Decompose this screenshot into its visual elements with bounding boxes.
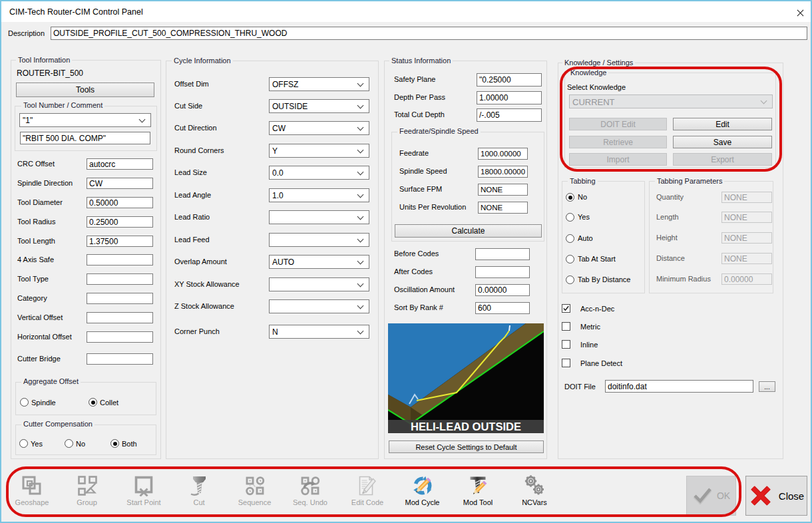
cutter-compensation-radio-no[interactable] [65, 439, 73, 448]
tool-radius-input[interactable] [87, 216, 153, 228]
category-input[interactable] [87, 293, 153, 304]
tabbing-radio-auto[interactable] [566, 234, 574, 243]
plane-detect-label: Plane Detect [580, 359, 622, 368]
overlap-amount-combo[interactable]: AUTO [269, 255, 369, 269]
doit-file-browse-button[interactable]: ... [759, 381, 775, 392]
before-codes-input[interactable] [475, 248, 530, 260]
window-close-button[interactable] [795, 8, 805, 17]
chevron-down-icon [357, 214, 364, 220]
calculate-button[interactable]: Calculate [395, 224, 542, 238]
length-label: Length [656, 213, 679, 222]
chevron-down-icon [357, 303, 364, 309]
round-corners-label: Round Corners [174, 146, 224, 155]
toolbar-label-start-point: Start Point [120, 498, 167, 506]
crc-offset-input[interactable] [87, 158, 153, 170]
tabbing-radio-yes[interactable] [566, 213, 574, 222]
lead-ratio-combo[interactable] [269, 210, 369, 224]
feedrate-input[interactable] [478, 148, 528, 160]
plane-detect-checkbox[interactable] [562, 359, 570, 367]
aggregate-offset-radio-collet[interactable] [89, 398, 97, 407]
doit-file-input[interactable] [605, 380, 753, 393]
spindle-speed-label: Spindle Speed [399, 167, 447, 176]
tabbing-parameters-title: Tabbing Parameters [655, 177, 724, 186]
z-stock-allowance-label: Z Stock Allowance [174, 302, 234, 311]
sort-by-rank-input[interactable] [475, 302, 530, 314]
metric-label: Metric [580, 323, 600, 331]
xy-stock-allowance-combo[interactable] [269, 277, 369, 291]
toolbar-button-geoshape: Geoshape [9, 475, 55, 510]
check-icon [562, 305, 570, 312]
toolbar-button-ncvars[interactable]: NCVars [511, 475, 558, 510]
before-codes-label: Before Codes [394, 250, 439, 258]
tool-type-input[interactable] [87, 273, 153, 285]
corner-punch-combo[interactable]: N [269, 325, 369, 339]
spindle-direction-input[interactable] [87, 178, 153, 189]
z-stock-allowance-combo[interactable] [269, 299, 369, 313]
doit-file-label: DOIT File [564, 383, 596, 391]
acc-n-dec-checkbox[interactable] [562, 304, 570, 313]
tool-type-label: Tool Type [17, 275, 49, 283]
horizontal-offset-label: Horizontal Offset [17, 333, 72, 341]
tabbing-title: Tabbing [568, 177, 598, 186]
lead-feed-combo[interactable] [269, 233, 369, 247]
tabbing-radio-no[interactable] [566, 193, 574, 202]
description-input[interactable] [51, 27, 807, 40]
seq-undo-icon [300, 475, 321, 496]
cut-side-label: Cut Side [174, 102, 202, 110]
cutter-compensation-no-label: No [76, 440, 85, 448]
tool-diameter-input[interactable] [87, 197, 153, 208]
units-per-revolution-input[interactable] [478, 202, 528, 214]
knowledge-settings-title: Knowledge / Settings [562, 59, 635, 67]
depth-per-pass-input[interactable] [477, 91, 542, 104]
horizontal-offset-input[interactable] [87, 331, 153, 343]
cutter-compensation-radio-both[interactable] [110, 439, 119, 448]
chevron-down-icon [357, 81, 364, 87]
retrieve-button: Retrieve [569, 136, 667, 148]
lead-size-combo[interactable]: 0.0 [269, 166, 369, 180]
4-axis-safe-label: 4 Axis Safe [17, 256, 54, 264]
tabbing-radio-tab-at-start[interactable] [566, 255, 574, 263]
total-cut-depth-input[interactable] [477, 108, 542, 122]
dialog-window: CIM-Tech Router-CIM Control Panel Descri… [0, 0, 812, 523]
combo-value: "1" [23, 116, 33, 125]
reset-cycle-settings-button[interactable]: Reset Cycle Settings to Default [389, 440, 544, 453]
chevron-down-icon [357, 169, 364, 176]
save-button[interactable]: Save [673, 136, 772, 148]
edit-button[interactable]: Edit [673, 118, 772, 130]
window-title: CIM-Tech Router-CIM Control Panel [9, 7, 143, 17]
close-button[interactable]: Close [745, 476, 807, 516]
tool-comment-input[interactable] [20, 132, 150, 144]
units-per-revolution-label: Units Per Revolution [399, 203, 466, 212]
tool-length-input[interactable] [87, 236, 153, 247]
inline-checkbox[interactable] [562, 340, 570, 349]
safety-plane-input[interactable] [477, 73, 542, 87]
spindle-speed-input[interactable] [478, 166, 528, 178]
safety-plane-label: Safety Plane [394, 75, 435, 84]
aggregate-offset-radio-spindle[interactable] [20, 398, 29, 407]
toolbar-button-mod-cycle[interactable]: Mod Cycle [399, 475, 446, 510]
surface-fpm-input[interactable] [478, 184, 528, 196]
close-x-icon [749, 484, 773, 508]
acc-n-dec-label: Acc-n-Dec [580, 305, 614, 313]
4-axis-safe-input[interactable] [87, 254, 153, 265]
vertical-offset-input[interactable] [87, 312, 153, 323]
cut-direction-combo[interactable]: CW [269, 121, 369, 135]
toolbar-button-mod-tool[interactable]: Mod Tool [455, 475, 501, 510]
metric-checkbox[interactable] [562, 322, 570, 331]
after-codes-input[interactable] [475, 266, 530, 278]
cycle-preview-image: HELI-LEAD OUTSIDE [388, 323, 544, 433]
sort-by-rank-label: Sort By Rank # [394, 303, 443, 312]
toolbar-label-mod-cycle: Mod Cycle [399, 498, 446, 506]
import-button: Import [569, 153, 667, 166]
tools-button[interactable]: Tools [16, 83, 154, 97]
cutter-bridge-input[interactable] [87, 353, 153, 365]
lead-feed-label: Lead Feed [174, 236, 210, 244]
round-corners-combo[interactable]: Y [269, 144, 369, 158]
cut-side-combo[interactable]: OUTSIDE [269, 99, 369, 113]
cutter-compensation-radio-yes[interactable] [19, 439, 28, 448]
tabbing-radio-tab-by-distance[interactable] [566, 275, 574, 284]
offset-dim-combo[interactable]: OFFSZ [269, 77, 369, 91]
tool-number-combo[interactable]: "1" [19, 113, 151, 127]
lead-angle-combo[interactable]: 1.0 [269, 188, 369, 202]
oscillation-amount-input[interactable] [475, 284, 530, 296]
